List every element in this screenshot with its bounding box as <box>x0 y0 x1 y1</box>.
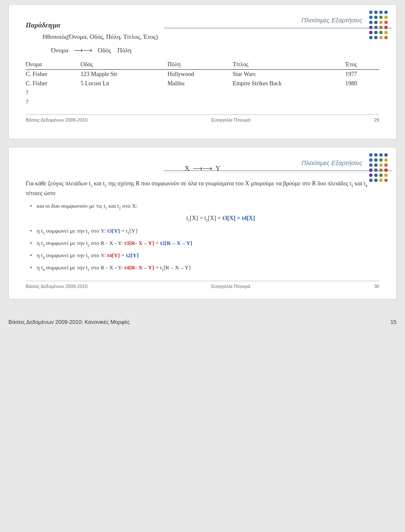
dot-grid-1 <box>367 9 392 38</box>
col-header-poli: Πόλη <box>167 60 233 70</box>
col-header-etos: Έτος <box>345 60 379 70</box>
svg-point-10 <box>379 21 383 24</box>
slide2-bullet-list: και οι δυο συμφωνούν με τις t1 και t2 στ… <box>26 202 379 273</box>
bullet-3: η t3 συμφωνεί με την t2 στο R - X - Y: t… <box>30 239 379 248</box>
formula-1: t1[X] = t2[X] = t3[X] = t4[X] <box>62 214 379 223</box>
svg-point-34 <box>379 163 383 167</box>
cell-odos-1: 123 Mapple Str <box>81 70 167 79</box>
bullet-4: η t4 συμφωνεί με την t2 στο Y: t4[Y] = t… <box>30 251 379 261</box>
svg-point-4 <box>369 16 373 19</box>
svg-point-42 <box>379 174 383 177</box>
svg-point-28 <box>369 158 373 162</box>
slide2-title: Πλειότιμες Εξαρτήσεις <box>301 159 362 166</box>
svg-point-25 <box>374 153 378 157</box>
svg-point-33 <box>374 163 378 167</box>
svg-point-6 <box>379 16 383 19</box>
slide1-footer-left: Βάσεις Δεδομένων 2009-2010 <box>26 117 88 122</box>
slide2-footer-right: 30 <box>374 284 379 289</box>
svg-point-47 <box>384 179 388 182</box>
svg-point-46 <box>379 179 383 182</box>
slide1-title: Πλειότιμες Εξαρτήσεις <box>301 16 362 24</box>
svg-point-11 <box>384 21 388 24</box>
svg-point-1 <box>374 11 378 14</box>
svg-point-30 <box>379 158 383 162</box>
svg-point-24 <box>369 153 373 157</box>
cell-poli-2: Malibu <box>167 79 233 88</box>
table-row: C. Fisher 123 Mapple Str Hollywood Star … <box>26 70 379 79</box>
cell-odos-2: 5 Locust Ln <box>81 79 167 88</box>
slide-2: Πλειότιμες Εξαρτήσεις X ⟶⟶ Y Για κάθε ζε… <box>8 147 397 299</box>
svg-point-23 <box>384 36 388 39</box>
slide1-title-divider <box>164 28 392 28</box>
svg-point-15 <box>384 26 388 29</box>
slide2-footer: Βάσεις Δεδομένων 2009-2010 Ευαγγελία Πιτ… <box>26 281 379 289</box>
cell-name-1: C. Fisher <box>26 70 81 79</box>
svg-point-20 <box>369 36 373 39</box>
svg-point-14 <box>379 26 383 29</box>
slide1-arrow-to: Οδός Πόλη <box>98 47 132 54</box>
svg-point-40 <box>369 174 373 177</box>
table-row: ? <box>26 88 379 98</box>
svg-point-32 <box>369 163 373 167</box>
svg-point-7 <box>384 16 388 19</box>
svg-point-39 <box>384 168 388 172</box>
svg-point-45 <box>374 179 378 182</box>
svg-point-21 <box>374 36 378 39</box>
cell-question-2: ? <box>26 98 81 107</box>
svg-point-0 <box>369 11 373 14</box>
svg-point-5 <box>374 16 378 19</box>
table-row: C. Fisher 5 Locust Ln Malibu Empire Stri… <box>26 79 379 88</box>
svg-point-13 <box>374 26 378 29</box>
slide2-footer-left: Βάσεις Δεδομένων 2009-2010 <box>26 284 88 289</box>
svg-point-8 <box>369 21 373 24</box>
dot-grid-2 <box>367 152 392 181</box>
svg-point-2 <box>379 11 383 14</box>
slide1-table: Όνομα Οδός Πόλη Τίτλος Έτος C. Fisher 12… <box>26 60 379 107</box>
slide1-footer: Βάσεις Δεδομένων 2009-2010 Ευαγγελία Πιτ… <box>26 114 379 122</box>
svg-point-19 <box>384 31 388 34</box>
slide2-footer-center: Ευαγγελία Πιτουρά <box>211 284 250 289</box>
bullet-5: η t4 συμφωνεί με την t1 στο R - X - Y: t… <box>30 263 379 273</box>
svg-point-41 <box>374 174 378 177</box>
svg-point-17 <box>374 31 378 34</box>
svg-point-44 <box>369 179 373 182</box>
bullet-1: και οι δυο συμφωνούν με τις t1 και t2 στ… <box>30 202 379 223</box>
table-row: ? <box>26 98 379 107</box>
svg-point-3 <box>384 11 388 14</box>
svg-point-12 <box>369 26 373 29</box>
bottom-bar: Βάσεις Δεδομένων 2009-2010: Κανονικές Μο… <box>0 315 405 328</box>
cell-titlos-1: Star Wars <box>233 70 346 79</box>
cell-poli-1: Hollywood <box>167 70 233 79</box>
col-header-odos: Οδός <box>81 60 167 70</box>
svg-point-38 <box>379 168 383 172</box>
slide-1: Πλειότιμες Εξαρτήσεις Παράδειγμα Ηθοποιό… <box>8 4 397 139</box>
slide1-arrow-symbol: ⟶⟶ <box>74 46 92 54</box>
cell-titlos-2: Empire Strikes Back <box>233 79 346 88</box>
bullet-2: η t3 συμφωνεί με την t1 στο Y: t3[Y] = t… <box>30 227 379 236</box>
svg-point-22 <box>379 36 383 39</box>
slide1-subheading: Ηθοποιός(Όνομα, Οδός, Πόλη, Τίτλος, Έτος… <box>43 33 379 41</box>
svg-point-36 <box>369 168 373 172</box>
col-header-onoma: Όνομα <box>26 60 81 70</box>
bottom-bar-left: Βάσεις Δεδομένων 2009-2010: Κανονικές Μο… <box>8 319 130 325</box>
svg-point-43 <box>384 174 388 177</box>
slide1-arrow-from: Όνομα <box>51 47 68 54</box>
svg-point-18 <box>379 31 383 34</box>
slide1-footer-center: Ευαγγελία Πιτουρά <box>211 117 250 122</box>
svg-point-35 <box>384 163 388 167</box>
svg-point-37 <box>374 168 378 172</box>
cell-etos-1: 1977 <box>345 70 379 79</box>
cell-etos-2: 1980 <box>345 79 379 88</box>
svg-point-9 <box>374 21 378 24</box>
slide2-paragraph: Για κάθε ζεύγος πλειάδων t1 και t2 της σ… <box>26 179 379 198</box>
cell-name-2: C. Fisher <box>26 79 81 88</box>
svg-point-16 <box>369 31 373 34</box>
slide1-footer-right: 29 <box>374 117 379 122</box>
svg-point-27 <box>384 153 388 157</box>
cell-question-1: ? <box>26 88 81 98</box>
svg-point-26 <box>379 153 383 157</box>
bottom-bar-right: 15 <box>391 319 397 325</box>
col-header-titlos: Τίτλος <box>233 60 346 70</box>
svg-point-29 <box>374 158 378 162</box>
svg-point-31 <box>384 158 388 162</box>
